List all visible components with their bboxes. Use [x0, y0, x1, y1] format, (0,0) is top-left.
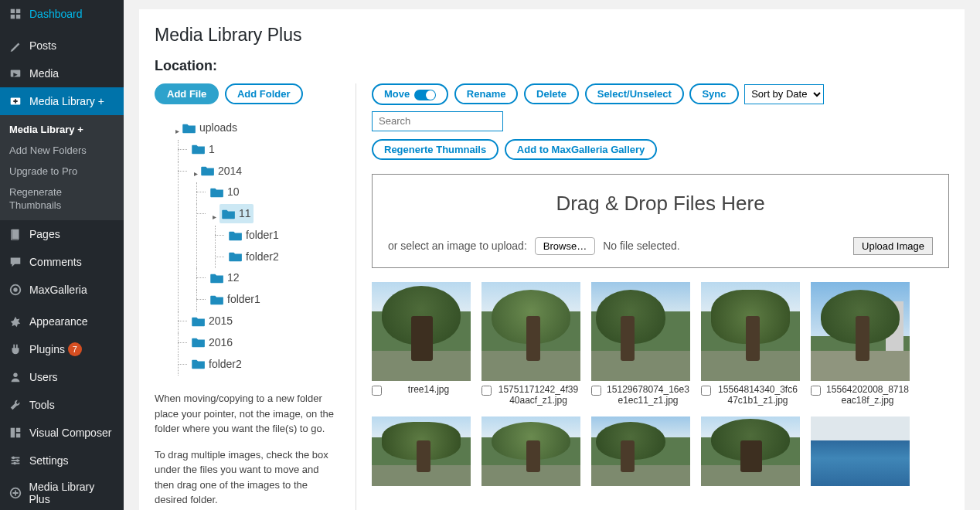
tree-folder-label: folder1 — [227, 290, 260, 309]
sidebar-item-dashboard[interactable]: Dashboard — [0, 0, 124, 28]
thumbnail-checkbox[interactable] — [481, 386, 492, 396]
delete-button[interactable]: Delete — [524, 83, 579, 104]
tree-folder-label: 12 — [227, 268, 240, 287]
tree-folder[interactable]: folder1 — [229, 226, 279, 245]
tree-folder-label: 10 — [227, 182, 240, 202]
sidebar-item-maxgalleria[interactable]: MaxGalleria — [0, 276, 124, 304]
sidebar-sub-item[interactable]: Regenerate Thumbnails — [0, 182, 124, 216]
tree-folder[interactable]: uploads — [182, 118, 237, 138]
svg-rect-12 — [11, 428, 15, 438]
thumbnail-item[interactable] — [591, 416, 690, 486]
dropzone[interactable]: Drag & Drop Files Here or select an imag… — [372, 174, 949, 268]
sidebar-item-comments[interactable]: Comments — [0, 248, 124, 276]
select-unselect-button[interactable]: Select/Unselect — [585, 83, 684, 104]
sidebar-item-label: Tools — [29, 399, 55, 411]
sidebar-item-label: Pages — [29, 228, 60, 240]
tree-folder[interactable]: folder1 — [210, 290, 260, 309]
thumbnail-checkbox[interactable] — [701, 386, 711, 396]
add-file-button[interactable]: Add File — [155, 83, 219, 104]
thumbnail-item[interactable] — [372, 416, 471, 486]
tree-folder[interactable]: 11 — [219, 204, 254, 223]
thumbnail-item[interactable]: 15129678074_16e3e1ec11_z1.jpg — [591, 282, 690, 406]
thumbnail-checkbox[interactable] — [591, 386, 601, 396]
tree-folder[interactable]: folder2 — [229, 247, 279, 267]
sidebar-item-label: Dashboard — [29, 8, 83, 20]
media-icon — [8, 66, 23, 81]
sidebar-item-label: Media Library + — [29, 95, 104, 107]
sidebar-item-media[interactable]: Media — [0, 60, 124, 87]
thumbnail-grid-row2 — [372, 416, 949, 486]
location-label: Location: — [155, 58, 949, 74]
sidebar-item-label: Users — [29, 371, 58, 383]
folder-tree: ▸uploads1▸201410▸11folder1folder212folde… — [155, 118, 340, 376]
sidebar-item-tools[interactable]: Tools — [0, 391, 124, 419]
sidebar-item-media-library-plus[interactable]: Media Library + — [0, 87, 124, 115]
sidebar-item-pages[interactable]: Pages — [0, 220, 124, 248]
move-button[interactable]: Move — [372, 83, 448, 105]
posts-icon — [8, 38, 23, 53]
browse-button[interactable]: Browse… — [535, 237, 595, 255]
dropzone-title: Drag & Drop Files Here — [388, 192, 933, 216]
upload-image-button[interactable]: Upload Image — [853, 237, 933, 255]
tree-folder[interactable]: 2014 — [201, 162, 242, 181]
thumbnail-item[interactable] — [701, 416, 800, 486]
thumbnail-item[interactable]: 15564814340_3fc647c1b1_z1.jpg — [701, 282, 800, 406]
main-content: Media Library Plus Location: Add File Ad… — [124, 9, 980, 510]
tree-folder[interactable]: 1 — [192, 140, 215, 159]
plugins-icon — [8, 342, 23, 357]
tree-folder-label: 11 — [239, 204, 251, 223]
thumbnail-item[interactable]: tree14.jpg — [372, 282, 471, 406]
thumbnail-item[interactable]: 15751171242_4f3940aacf_z1.jpg — [481, 282, 580, 406]
thumbnail-item[interactable] — [811, 416, 910, 486]
dropzone-or-text: or select an image to upload: — [388, 240, 527, 252]
svg-point-11 — [13, 373, 17, 377]
tree-folder-label: folder1 — [246, 226, 279, 245]
svg-rect-3 — [16, 15, 20, 19]
media-library-plus-2-icon — [8, 485, 22, 501]
search-input[interactable] — [372, 111, 503, 131]
tree-folder[interactable]: 12 — [210, 268, 240, 287]
move-toggle[interactable] — [414, 90, 436, 100]
settings-icon — [8, 453, 23, 468]
svg-rect-1 — [16, 9, 20, 13]
thumbnail-checkbox[interactable] — [372, 386, 382, 396]
sidebar-item-posts[interactable]: Posts — [0, 32, 124, 60]
sidebar-item-label: Settings — [29, 454, 69, 467]
tree-folder[interactable]: 2016 — [192, 333, 233, 352]
help-text: When moving/copying to a new folder plac… — [155, 391, 340, 508]
tree-folder-label: uploads — [199, 118, 237, 138]
sync-button[interactable]: Sync — [689, 83, 738, 104]
sidebar-item-settings[interactable]: Settings — [0, 447, 124, 474]
thumbnail-filename: tree14.jpg — [386, 384, 471, 395]
sidebar-item-label: Visual Composer — [29, 427, 111, 439]
tree-folder-label: 2014 — [218, 162, 242, 181]
tree-folder[interactable]: 2015 — [192, 311, 233, 331]
thumbnail-checkbox[interactable] — [811, 386, 821, 396]
tree-expander[interactable]: ▸ — [173, 124, 181, 138]
sidebar-sub-item[interactable]: Add New Folders — [0, 141, 124, 162]
thumbnail-item[interactable] — [481, 416, 580, 486]
sidebar-item-media-library-plus-2[interactable]: Media Library Plus — [0, 474, 124, 510]
sidebar-item-users[interactable]: Users — [0, 363, 124, 391]
rename-button[interactable]: Rename — [454, 83, 519, 104]
page-title: Media Library Plus — [155, 25, 949, 46]
sidebar-item-label: Plugins — [29, 343, 65, 355]
add-to-gallery-button[interactable]: Add to MaxGalleria Gallery — [505, 139, 657, 160]
update-badge: 7 — [68, 342, 82, 356]
tree-folder[interactable]: folder2 — [192, 355, 242, 374]
thumbnail-item[interactable]: 15564202008_8718eac18f_z.jpg — [811, 282, 910, 406]
sidebar-item-appearance[interactable]: Appearance — [0, 308, 124, 335]
sidebar-sub-item[interactable]: Media Library + — [0, 120, 124, 141]
sidebar-item-plugins[interactable]: Plugins7 — [0, 335, 124, 363]
admin-sidebar: DashboardPostsMediaMedia Library +Media … — [0, 0, 124, 510]
sidebar-sub-item[interactable]: Upgrade to Pro — [0, 162, 124, 182]
tree-expander[interactable]: ▸ — [192, 167, 199, 181]
tree-expander[interactable]: ▸ — [210, 210, 218, 224]
sort-select[interactable]: Sort by Date — [744, 84, 824, 104]
sidebar-item-visual-composer[interactable]: Visual Composer — [0, 419, 124, 447]
regenerate-thumbnails-button[interactable]: Regenerte Thumnails — [372, 139, 499, 160]
tree-folder[interactable]: 10 — [210, 182, 240, 202]
comments-icon — [8, 254, 23, 270]
tree-folder-label: folder2 — [246, 247, 279, 267]
add-folder-button[interactable]: Add Folder — [225, 83, 303, 104]
